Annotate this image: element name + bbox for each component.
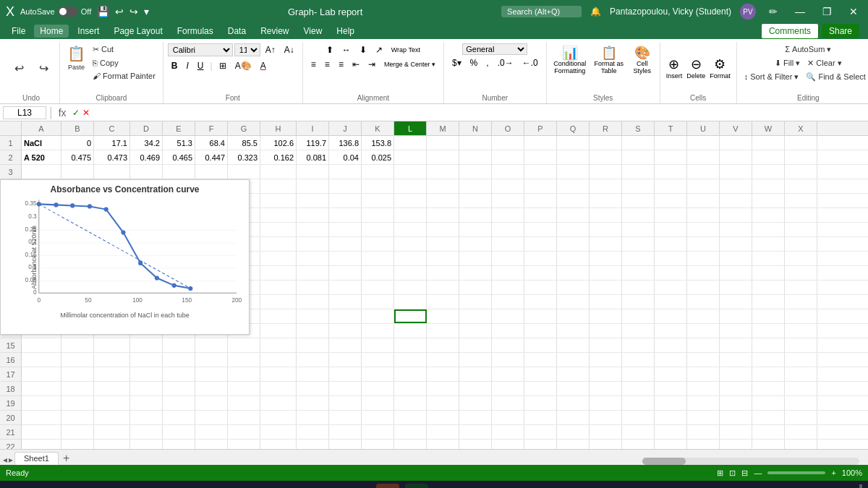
menu-help[interactable]: Help: [331, 25, 360, 38]
list-item[interactable]: [785, 266, 817, 280]
indent-decrease-button[interactable]: ⇤: [349, 58, 363, 71]
list-item[interactable]: [427, 367, 459, 381]
list-item[interactable]: 136.8: [329, 136, 362, 150]
align-middle-button[interactable]: ↔: [339, 43, 354, 56]
list-item[interactable]: [61, 411, 94, 424]
list-item[interactable]: [130, 338, 163, 352]
list-item[interactable]: [557, 353, 590, 367]
list-item[interactable]: [752, 338, 785, 352]
list-item[interactable]: [590, 208, 622, 222]
list-item[interactable]: [590, 194, 622, 207]
list-item[interactable]: [427, 179, 459, 193]
list-item[interactable]: [752, 281, 785, 294]
list-item[interactable]: 85.5: [228, 136, 260, 150]
list-item[interactable]: [459, 281, 492, 294]
list-item[interactable]: [329, 223, 362, 236]
list-item[interactable]: [362, 396, 394, 410]
list-item[interactable]: [260, 309, 297, 323]
list-item[interactable]: [459, 324, 492, 338]
list-item[interactable]: [622, 179, 655, 193]
font-size-select[interactable]: 11: [234, 43, 260, 56]
normal-view-icon[interactable]: ⊞: [717, 468, 723, 478]
list-item[interactable]: [492, 136, 524, 150]
list-item[interactable]: [687, 425, 720, 439]
format-as-table-button[interactable]: 📋 Format asTable: [590, 43, 628, 77]
insert-cells-button[interactable]: ⊕ Insert: [665, 55, 684, 81]
list-item[interactable]: [655, 281, 687, 294]
list-item[interactable]: [329, 281, 362, 294]
list-item[interactable]: [195, 396, 228, 410]
list-item[interactable]: [163, 165, 195, 179]
list-item[interactable]: [329, 367, 362, 381]
list-item[interactable]: [687, 150, 720, 164]
list-item[interactable]: [752, 237, 785, 251]
list-item[interactable]: [492, 252, 524, 265]
list-item[interactable]: [394, 353, 427, 367]
list-item[interactable]: [622, 396, 655, 410]
list-item[interactable]: [557, 425, 590, 439]
list-item[interactable]: [785, 150, 817, 164]
list-item[interactable]: [687, 165, 720, 179]
list-item[interactable]: [195, 338, 228, 352]
col-header-u[interactable]: U: [687, 121, 720, 135]
list-item[interactable]: [61, 353, 94, 367]
list-item[interactable]: [260, 179, 297, 193]
list-item[interactable]: [94, 353, 130, 367]
align-top-button[interactable]: ⬆: [323, 43, 337, 56]
taskbar-cortana[interactable]: ⊙: [64, 484, 87, 488]
align-bottom-button[interactable]: ⬇: [356, 43, 370, 56]
pencil-icon[interactable]: ✏: [765, 4, 782, 19]
list-item[interactable]: [394, 136, 427, 150]
list-item[interactable]: [752, 194, 785, 207]
list-item[interactable]: [394, 237, 427, 251]
list-item[interactable]: [720, 237, 752, 251]
list-item[interactable]: [655, 295, 687, 309]
list-item[interactable]: [297, 367, 329, 381]
list-item[interactable]: [394, 194, 427, 207]
list-item[interactable]: [228, 165, 260, 179]
fill-color-button[interactable]: A🎨: [231, 59, 255, 72]
list-item[interactable]: [785, 440, 817, 449]
list-item[interactable]: [228, 425, 260, 439]
list-item[interactable]: [297, 324, 329, 338]
list-item[interactable]: [590, 136, 622, 150]
list-item[interactable]: [785, 237, 817, 251]
list-item[interactable]: [22, 396, 61, 410]
list-item[interactable]: [329, 208, 362, 222]
list-item[interactable]: [459, 208, 492, 222]
list-item[interactable]: [260, 396, 297, 410]
col-header-v[interactable]: V: [720, 121, 752, 135]
list-item[interactable]: [61, 396, 94, 410]
list-item[interactable]: [427, 150, 459, 164]
list-item[interactable]: [622, 136, 655, 150]
list-item[interactable]: [524, 136, 557, 150]
align-left-button[interactable]: ≡: [307, 58, 320, 71]
indent-increase-button[interactable]: ⇥: [365, 58, 379, 71]
list-item[interactable]: [524, 194, 557, 207]
list-item[interactable]: [427, 281, 459, 294]
list-item[interactable]: [427, 338, 459, 352]
list-item[interactable]: [297, 266, 329, 280]
list-item[interactable]: [622, 194, 655, 207]
list-item[interactable]: [195, 367, 228, 381]
list-item[interactable]: [720, 208, 752, 222]
list-item[interactable]: [94, 396, 130, 410]
list-item[interactable]: [524, 382, 557, 395]
list-item[interactable]: [752, 150, 785, 164]
list-item[interactable]: [622, 223, 655, 236]
list-item[interactable]: [655, 338, 687, 352]
list-item[interactable]: [752, 208, 785, 222]
col-header-e[interactable]: E: [163, 121, 195, 135]
list-item[interactable]: [524, 295, 557, 309]
list-item[interactable]: [655, 396, 687, 410]
list-item[interactable]: [61, 382, 94, 395]
list-item[interactable]: [720, 411, 752, 424]
list-item[interactable]: [362, 208, 394, 222]
list-item[interactable]: [195, 425, 228, 439]
list-item[interactable]: [590, 382, 622, 395]
close-button[interactable]: ✕: [845, 4, 862, 19]
list-item[interactable]: [752, 396, 785, 410]
list-item[interactable]: [785, 338, 817, 352]
list-item[interactable]: [622, 353, 655, 367]
list-item[interactable]: [720, 425, 752, 439]
